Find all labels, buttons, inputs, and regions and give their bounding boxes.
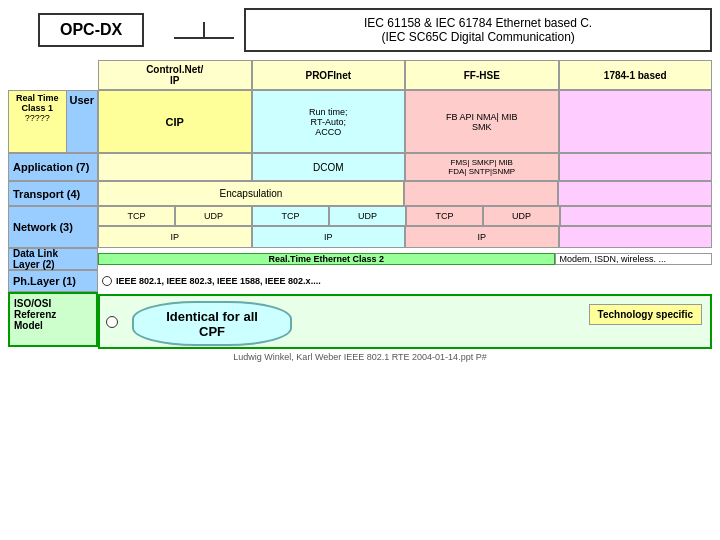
header-area: OPC-DX IEC 61158 & IEC 61784 Ethernet ba…: [8, 8, 712, 52]
cell-empty-controlnet-app: [98, 153, 252, 181]
left-label-network: Network (3): [8, 206, 98, 248]
left-label-user: User: [67, 91, 97, 152]
cell-encapsulation: Encapsulation: [98, 181, 404, 206]
circle-bullet-2: [106, 316, 118, 328]
cell-tcp-profinet: TCP: [252, 206, 329, 226]
cell-tcp-controlnet: TCP: [98, 206, 175, 226]
phylayer-row-content: IEEE 802.1, IEEE 802.3, IEEE 1588, IEEE …: [98, 270, 712, 292]
ip-row: IP IP IP: [98, 226, 712, 248]
cell-empty-1784-app: [559, 153, 713, 181]
cell-ip-profinet: IP: [252, 226, 406, 248]
cell-udp-profinet: UDP: [329, 206, 406, 226]
cell-empty-1784-transport: [558, 181, 712, 206]
left-label-phylayer: Ph.Layer (1): [8, 270, 98, 292]
app-row-content: DCOM FMS| SMKP| MIB FDA| SNTP|SNMP: [98, 153, 712, 181]
left-label-realtime: Real Time Class 1 ?????: [9, 91, 67, 152]
cell-modem: Modem, ISDN, wireless. ...: [555, 253, 713, 265]
cell-ip-ffhse: IP: [405, 226, 559, 248]
cell-ip-controlnet: IP: [98, 226, 252, 248]
col-header-controlnet: Control.Net/ IP: [98, 60, 252, 90]
cell-empty-ffhse-transport: [404, 181, 558, 206]
cloud-shape: Identical for all CPF: [132, 301, 292, 346]
column-headers: Control.Net/ IP PROFInet FF-HSE 1784-1 b…: [98, 60, 712, 90]
col-header-1784: 1784-1 based: [559, 60, 713, 90]
cell-udp-controlnet: UDP: [175, 206, 252, 226]
cell-cip: CIP: [98, 90, 252, 153]
cell-fms: FMS| SMKP| MIB FDA| SNTP|SNMP: [405, 153, 559, 181]
opc-dx-box: OPC-DX: [38, 13, 144, 47]
cell-fbapi: FB API NMA| MIB SMK: [405, 90, 559, 153]
left-label-isoosi: ISO/OSI Referenz Model: [8, 292, 98, 347]
left-label-application: Application (7): [8, 153, 98, 181]
tcp-udp-row: TCP UDP TCP UDP TCP UDP: [98, 206, 712, 226]
cell-ieee: IEEE 802.1, IEEE 802.3, IEEE 1588, IEEE …: [98, 276, 712, 286]
left-label-datalayer: Data Link Layer (2): [8, 248, 98, 270]
main-layout: Real Time Class 1 ????? User Application…: [8, 60, 712, 349]
user-row-content: CIP Run time; RT-Auto; ACCO FB API NMA| …: [98, 90, 712, 153]
cell-runtime: Run time; RT-Auto; ACCO: [252, 90, 406, 153]
bottom-row: Identical for all CPF Technology specifi…: [98, 294, 712, 349]
cell-empty-1784-tcp: [560, 206, 712, 226]
transport-row-content: Encapsulation: [98, 181, 712, 206]
datalayer-row-content: Real.Time Ethernet Class 2 Modem, ISDN, …: [98, 248, 712, 270]
col-header-profinet: PROFInet: [252, 60, 406, 90]
cell-rt-ethernet: Real.Time Ethernet Class 2: [98, 253, 555, 265]
cell-udp-ffhse: UDP: [483, 206, 560, 226]
circle-area: [100, 296, 122, 347]
left-label-transport: Transport (4): [8, 181, 98, 206]
circle-bullet-1: [102, 276, 112, 286]
technology-specific-box: Technology specific: [589, 304, 702, 325]
cell-empty-1784-ip: [559, 226, 713, 248]
cell-tcp-ffhse: TCP: [406, 206, 483, 226]
cell-dcom: DCOM: [252, 153, 406, 181]
iec-box: IEC 61158 & IEC 61784 Ethernet based C. …: [244, 8, 712, 52]
left-labels: Real Time Class 1 ????? User Application…: [8, 60, 98, 349]
iec-line1: IEC 61158 & IEC 61784 Ethernet based C.: [266, 16, 690, 30]
iec-line2: (IEC SC65C Digital Communication): [266, 30, 690, 44]
cell-empty-1784-user: [559, 90, 713, 153]
footer-text: Ludwig Winkel, Karl Weber IEEE 802.1 RTE…: [8, 352, 712, 362]
content-columns: Control.Net/ IP PROFInet FF-HSE 1784-1 b…: [98, 60, 712, 349]
col-header-ffhse: FF-HSE: [405, 60, 559, 90]
